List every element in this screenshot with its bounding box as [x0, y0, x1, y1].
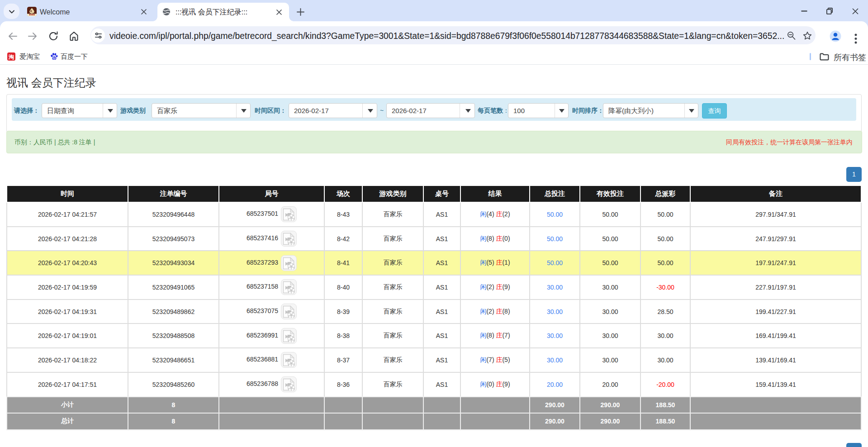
svg-text:淘: 淘	[8, 54, 14, 60]
svg-text:du: du	[52, 57, 56, 59]
